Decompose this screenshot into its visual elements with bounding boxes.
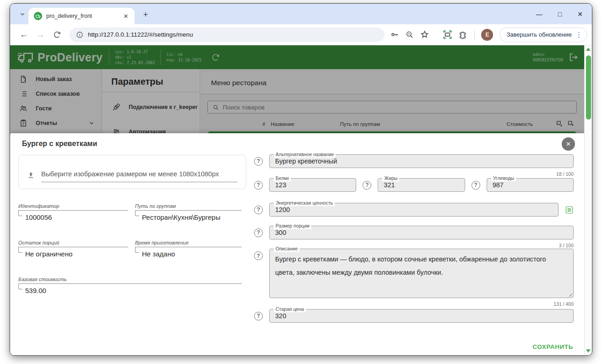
textarea-resize-handle[interactable] [568,292,572,297]
window-minimize-button[interactable]: — [536,11,542,18]
profile-avatar[interactable]: E [481,29,493,41]
browser-window: pro_delivery_front ✕ + — □ ✕ ← → http://… [10,3,592,356]
reload-button[interactable] [50,28,63,41]
field-portion-size[interactable]: Размер порции 300 [269,226,574,239]
password-key-icon[interactable] [390,30,399,39]
finish-update-button[interactable]: Завершить обновление ⋮ [499,27,587,42]
alt-name-counter: 18 / 100 [556,171,574,177]
row-macros: ? Белки 123 ? Жиры 321 ? [254,178,574,192]
bookmark-star-icon[interactable] [420,30,429,39]
field-fat[interactable]: Жиры 321 [378,178,465,192]
tab-close-icon[interactable]: ✕ [122,12,130,20]
browser-menu-icon[interactable]: ⋮ [575,31,582,38]
tab-search-chevron-icon[interactable] [16,8,28,20]
extensions-puzzle-icon[interactable] [459,30,468,39]
dialog-title: Бургер с креветками [22,140,97,148]
scroll-down-arrow-icon[interactable] [586,349,591,353]
help-icon[interactable]: ? [363,181,371,190]
browser-tab[interactable]: pro_delivery_front ✕ [28,8,135,24]
window-close-button[interactable]: ✕ [577,11,583,18]
field-portions-left[interactable]: Остаток порций Не ограничено [18,240,128,258]
help-icon[interactable]: ? [254,181,263,190]
help-icon[interactable]: ? [254,157,263,166]
field-description[interactable]: Описание Бургер с креветками — блюдо, в … [269,249,574,298]
field-old-price[interactable]: Старая цена 320 [269,309,574,323]
browser-toolbar: ← → http://127.0.0.1:11222/#/settings/me… [10,24,592,45]
tab-title: pro_delivery_front [46,13,122,19]
portion-size-counter: 3 / 100 [559,243,574,248]
app-viewport: ProDelivery sys: 1.0.10.27 dbv: v1 rkv: … [10,45,592,356]
calculate-energy-icon[interactable] [565,206,574,214]
field-group-path[interactable]: Путь по группам Ресторан\Кухня\Бургеры [135,203,242,221]
description-counter: 131 / 400 [553,301,574,307]
upload-icon [27,171,35,182]
field-base-price[interactable]: Базовая стоимость 539.00 [18,277,242,294]
back-button[interactable]: ← [17,28,30,41]
row-energy: ? Энергетическая ценность 1200 [254,203,574,217]
url-bar[interactable]: http://127.0.0.1:11222/#/settings/menu [70,27,385,42]
scroll-up-arrow-icon[interactable] [586,48,591,51]
upload-hint: Выберите изображение размером не менее 1… [41,170,238,182]
product-edit-dialog: Бургер с креветками ✕ Выберите изображен… [10,133,585,356]
row-description: ? Описание Бургер с креветками — блюдо, … [254,249,574,298]
screen-capture-icon[interactable] [443,30,452,39]
help-icon[interactable]: ? [254,312,263,321]
tab-strip: pro_delivery_front ✕ + — □ ✕ [10,4,592,24]
window-maximize-button[interactable]: □ [558,11,562,18]
page-info-icon[interactable] [76,31,83,38]
help-icon[interactable]: ? [254,206,263,214]
image-upload-field[interactable]: Выберите изображение размером не менее 1… [18,155,246,189]
zoom-out-icon[interactable] [405,30,414,39]
help-icon[interactable]: ? [472,181,480,190]
field-carbs[interactable]: Углеводы 987 [487,178,574,192]
page-scrollbar[interactable] [584,45,592,356]
field-energy[interactable]: Энергетическая ценность 1200 [269,203,559,217]
field-alt-name[interactable]: Альтернативное название Бургер креветочн… [269,154,574,168]
field-cook-time[interactable]: Время приготовления Не задано [135,240,242,258]
favicon-truck-icon [34,12,42,20]
url-text: http://127.0.0.1:11222/#/settings/menu [88,31,193,38]
field-identifier[interactable]: Идентификатор 1000056 [18,203,128,221]
row-old-price: ? Старая цена 320 [254,309,574,323]
save-button[interactable]: СОХРАНИТЬ [532,343,573,350]
row-alt-name: ? Альтернативное название Бургер кревето… [254,154,574,168]
new-tab-button[interactable]: + [140,9,151,20]
scrollbar-thumb[interactable] [586,55,591,120]
toolbar-separator [474,30,475,39]
help-icon[interactable]: ? [254,228,263,237]
field-protein[interactable]: Белки 123 [269,178,356,192]
row-portion-size: ? Размер порции 300 [254,226,574,239]
help-icon[interactable]: ? [254,251,263,260]
forward-button[interactable]: → [34,28,47,41]
dialog-close-button[interactable]: ✕ [562,137,575,151]
